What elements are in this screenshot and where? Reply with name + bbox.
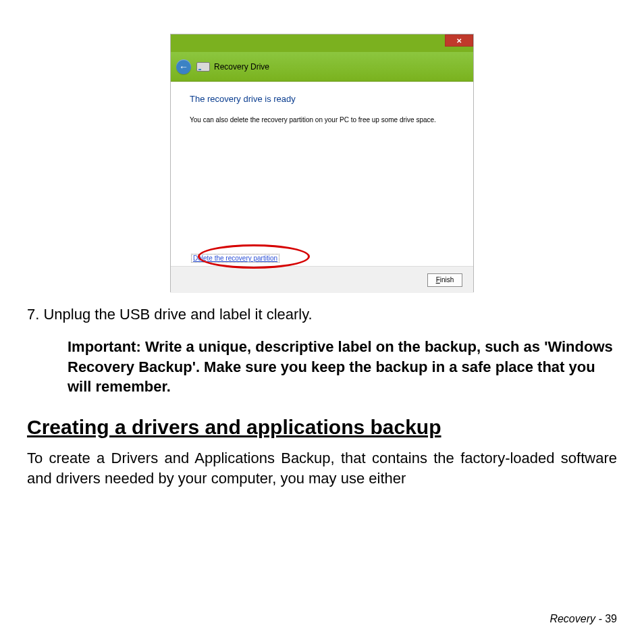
dialog-body: The recovery drive is ready You can also… xyxy=(171,82,473,266)
finish-button-rest: inish xyxy=(440,276,454,284)
close-button[interactable]: ✕ xyxy=(445,34,473,47)
drive-icon xyxy=(196,62,210,72)
page-footer: Recovery - 39 xyxy=(549,613,617,625)
dialog-footer: Finish xyxy=(171,266,473,293)
step-text: Unplug the USB drive and label it clearl… xyxy=(43,306,312,323)
document-page: ✕ ← Recovery Drive The recovery drive is… xyxy=(0,0,644,644)
dialog-title: Recovery Drive xyxy=(214,62,269,72)
recovery-drive-dialog: ✕ ← Recovery Drive The recovery drive is… xyxy=(170,34,474,292)
step-number: 7. xyxy=(27,306,39,323)
dialog-titlebar: ✕ xyxy=(171,34,473,52)
finish-button[interactable]: Finish xyxy=(427,273,462,287)
back-button[interactable]: ← xyxy=(176,59,191,74)
step-7: 7. Unplug the USB drive and label it cle… xyxy=(27,306,617,323)
dialog-header: ← Recovery Drive xyxy=(171,52,473,82)
section-heading: Creating a drivers and applications back… xyxy=(27,416,617,439)
delete-recovery-partition-link[interactable]: Delete the recovery partition xyxy=(191,254,279,263)
back-arrow-icon: ← xyxy=(179,61,188,72)
dialog-subtext: You can also delete the recovery partiti… xyxy=(190,116,454,124)
section-body: To create a Drivers and Applications Bac… xyxy=(27,448,617,488)
footer-label: Recovery - xyxy=(549,613,605,624)
close-icon: ✕ xyxy=(456,37,462,45)
delete-link-area: Delete the recovery partition xyxy=(191,251,279,263)
footer-page-number: 39 xyxy=(605,613,617,624)
dialog-heading: The recovery drive is ready xyxy=(190,94,454,104)
important-note: Important: Write a unique, descriptive l… xyxy=(68,337,617,397)
